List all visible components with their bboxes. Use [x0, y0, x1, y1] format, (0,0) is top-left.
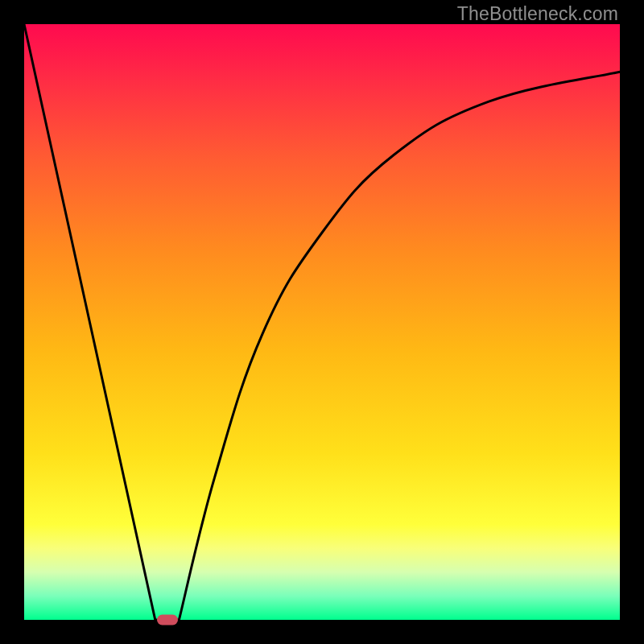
bottleneck-curve [24, 24, 620, 620]
chart-container: TheBottleneck.com [0, 0, 644, 644]
watermark-text: TheBottleneck.com [457, 3, 618, 25]
curve-svg [24, 24, 620, 620]
plot-area [24, 24, 620, 620]
minimum-marker [157, 615, 178, 625]
